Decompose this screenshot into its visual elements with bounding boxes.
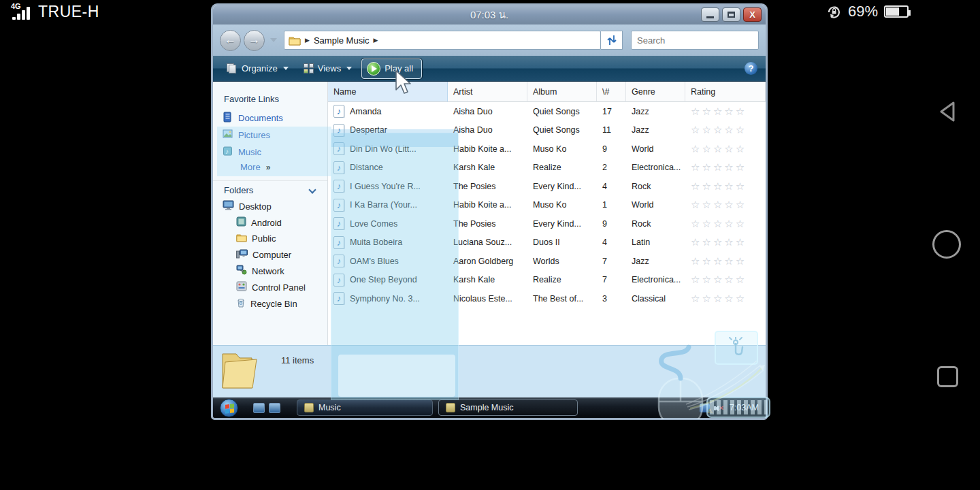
quick-launch [253, 403, 280, 413]
organize-label: Organize [242, 63, 278, 74]
tree-item-control-panel[interactable]: Control Panel [213, 279, 327, 295]
crumb-arrow-icon[interactable]: ▶ [374, 37, 378, 44]
crumb-arrow-icon[interactable]: ▶ [305, 37, 310, 44]
address-bar: ← → ▶ Sample Music ▶ [213, 24, 766, 56]
forward-nav-button[interactable]: → [244, 30, 265, 51]
tree-label: Desktop [239, 201, 272, 212]
rating-stars-icon[interactable]: ☆☆☆☆☆ [691, 255, 747, 267]
phone-screen: 4G TRUE-H 69% 07:03 น. [0, 0, 980, 490]
cell-number: 4 [597, 182, 626, 191]
window-title-bar[interactable]: 07:03 น. X [213, 5, 766, 24]
column-header-genre[interactable]: Genre [626, 82, 685, 102]
recents-icon[interactable] [937, 366, 958, 387]
cell-genre: World [626, 200, 685, 210]
organize-icon [227, 63, 238, 74]
cell-genre: Jazz [626, 257, 685, 266]
tree-item-recycle-bin[interactable]: Recycle Bin [213, 295, 327, 312]
cell-number: 3 [597, 294, 626, 304]
cell-number: 9 [597, 144, 626, 154]
column-header-name[interactable]: Name [328, 82, 448, 102]
cell-album: Every Kind... [527, 219, 597, 229]
rating-stars-icon[interactable]: ☆☆☆☆☆ [691, 218, 747, 230]
maximize-button[interactable] [722, 7, 740, 22]
cell-artist: Habib Koite a... [448, 200, 527, 210]
folder-icon [446, 403, 455, 412]
back-nav-button[interactable]: ← [220, 30, 241, 51]
cell-album: Muso Ko [527, 144, 597, 154]
history-dropdown-icon[interactable] [270, 38, 277, 42]
rating-stars-icon[interactable]: ☆☆☆☆☆ [691, 274, 747, 286]
views-button[interactable]: Views [298, 61, 357, 76]
cell-artist: Nicolaus Este... [448, 294, 527, 304]
cell-artist: The Posies [448, 182, 527, 191]
control-panel-icon [236, 281, 247, 293]
cell-artist: Karsh Kale [448, 163, 527, 172]
rating-stars-icon[interactable]: ☆☆☆☆☆ [691, 143, 747, 155]
column-header-artist[interactable]: Artist [448, 82, 527, 102]
touch-overlay-row-highlight [331, 129, 458, 147]
folder-icon [289, 35, 301, 46]
cell-genre: Jazz [626, 125, 685, 135]
home-icon[interactable] [932, 230, 961, 259]
close-button[interactable]: X [743, 7, 762, 22]
start-orb-icon[interactable] [220, 399, 238, 417]
maximize-icon [728, 12, 735, 18]
rating-stars-icon[interactable]: ☆☆☆☆☆ [691, 199, 747, 211]
taskbar-button-music[interactable]: Music [297, 399, 433, 416]
rating-stars-icon[interactable]: ☆☆☆☆☆ [691, 161, 747, 174]
favorite-links-header: Favorite Links [213, 90, 327, 110]
rating-stars-icon[interactable]: ☆☆☆☆☆ [691, 124, 747, 136]
documents-icon [223, 112, 233, 125]
battery-percent-label: 69% [848, 3, 878, 20]
minimize-button[interactable] [701, 7, 719, 22]
tree-item-public[interactable]: Public [213, 231, 327, 246]
minimize-icon [706, 16, 714, 18]
signal-strength-icon: 4G [11, 3, 34, 21]
user-folder-icon [236, 216, 246, 229]
column-header-number[interactable]: \# [597, 82, 626, 102]
search-box[interactable] [631, 31, 759, 50]
chevron-down-icon[interactable] [308, 186, 316, 193]
tree-item-network[interactable]: Network [213, 263, 327, 279]
cell-number: 7 [597, 275, 626, 284]
folders-header[interactable]: Folders [213, 180, 327, 198]
tree-item-android[interactable]: Android [213, 214, 327, 231]
help-button[interactable]: ? [745, 62, 757, 75]
navigation-pane: Favorite Links Documents Pictures ♪ Musi… [213, 82, 328, 345]
organize-button[interactable]: Organize [221, 61, 294, 77]
cell-album: Realize [527, 275, 597, 284]
rating-stars-icon[interactable]: ☆☆☆☆☆ [691, 293, 747, 305]
cell-genre: Rock [626, 182, 685, 191]
tree-item-desktop[interactable]: Desktop [213, 198, 327, 214]
taskbar-button-sample-music[interactable]: Sample Music [438, 399, 578, 416]
rating-stars-icon[interactable]: ☆☆☆☆☆ [691, 236, 747, 248]
rating-stars-icon[interactable]: ☆☆☆☆☆ [691, 180, 747, 193]
column-header-rating[interactable]: Rating [685, 82, 766, 102]
cell-artist: Aaron Goldberg [448, 257, 527, 266]
cell-number: 1 [597, 200, 626, 210]
table-row[interactable]: ♪Amanda Aisha Duo Quiet Songs 17 Jazz ☆☆… [328, 102, 766, 121]
recycle-bin-icon [236, 297, 246, 310]
column-header-album[interactable]: Album [527, 82, 597, 102]
views-label: Views [318, 63, 341, 74]
switch-windows-icon[interactable] [269, 403, 280, 413]
cell-number: 11 [597, 125, 626, 135]
touch-overlay-inner [338, 355, 455, 397]
tree-item-computer[interactable]: Computer [213, 246, 327, 263]
refresh-button[interactable] [601, 31, 623, 50]
breadcrumb[interactable]: ▶ Sample Music ▶ [284, 31, 601, 50]
show-desktop-icon[interactable] [253, 403, 265, 413]
sidebar-item-documents[interactable]: Documents [213, 110, 327, 127]
cell-album: Muso Ko [527, 200, 597, 210]
rating-stars-icon[interactable]: ☆☆☆☆☆ [691, 105, 747, 118]
cell-artist: Aisha Duo [448, 107, 527, 116]
back-icon[interactable] [935, 99, 960, 124]
play-all-button[interactable]: Play all [361, 59, 422, 79]
taskbar-button-label: Music [318, 403, 341, 412]
chevron-down-icon [283, 67, 289, 70]
battery-icon [884, 5, 909, 18]
play-icon [367, 62, 380, 76]
search-input[interactable] [637, 35, 757, 46]
taskbar-button-label: Sample Music [460, 403, 514, 412]
crumb-location[interactable]: Sample Music [314, 35, 370, 46]
